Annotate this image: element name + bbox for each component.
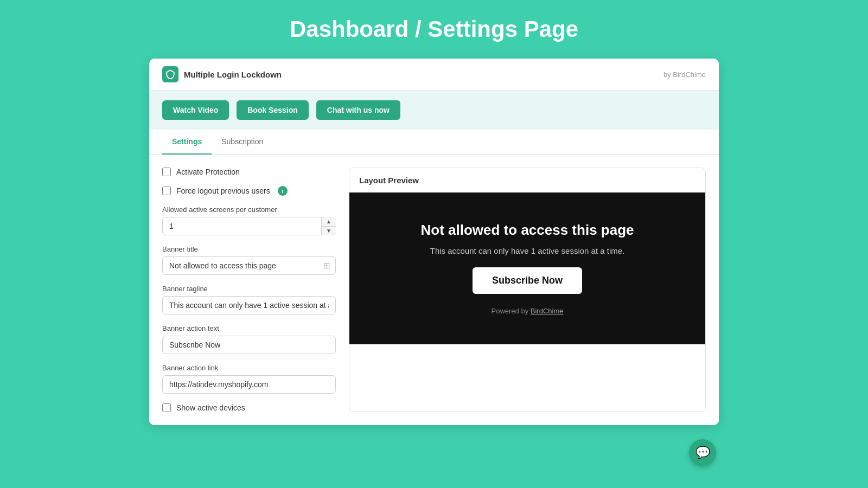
tab-settings[interactable]: Settings bbox=[162, 130, 212, 155]
spinner-down-button[interactable]: ▼ bbox=[322, 227, 336, 236]
chat-bubble-icon: 💬 bbox=[695, 446, 710, 460]
app-name: Multiple Login Lockdown bbox=[184, 70, 282, 79]
banner-title-input-wrapper: ⊞ bbox=[162, 256, 336, 275]
activate-protection-row: Activate Protection bbox=[162, 168, 336, 176]
preview-content: Not allowed to access this page This acc… bbox=[349, 192, 705, 344]
spinner-up-button[interactable]: ▲ bbox=[322, 217, 336, 227]
force-logout-row: Force logout previous users i bbox=[162, 186, 336, 196]
main-content: Settings Subscription Activate Protectio… bbox=[149, 130, 719, 425]
banner-title-input[interactable] bbox=[162, 256, 336, 275]
page-title: Dashboard / Settings Page bbox=[290, 16, 578, 42]
banner-tagline-input[interactable] bbox=[162, 296, 336, 314]
banner-action-text-input[interactable] bbox=[162, 336, 336, 354]
chat-bubble-button[interactable]: 💬 bbox=[689, 439, 716, 466]
app-logo-icon bbox=[162, 66, 178, 82]
birdchime-link[interactable]: BirdChime bbox=[531, 307, 564, 315]
activate-protection-label: Activate Protection bbox=[176, 168, 240, 176]
force-logout-label: Force logout previous users bbox=[176, 187, 270, 195]
chat-button[interactable]: Chat with us now bbox=[316, 100, 400, 120]
force-logout-info-icon[interactable]: i bbox=[278, 186, 288, 196]
banner-action-link-label: Banner action link bbox=[162, 364, 336, 372]
tabs: Settings Subscription bbox=[149, 130, 719, 155]
force-logout-checkbox[interactable] bbox=[162, 187, 171, 195]
app-container: Multiple Login Lockdown by BirdChime Wat… bbox=[149, 59, 719, 425]
header-by: by BirdChime bbox=[663, 70, 706, 79]
banner-title-icon: ⊞ bbox=[323, 261, 330, 271]
preview-header: Layout Preview bbox=[349, 168, 705, 192]
banner-tagline-group: Banner tagline bbox=[162, 285, 336, 314]
right-panel: Layout Preview Not allowed to access thi… bbox=[349, 168, 706, 412]
allowed-screens-input-wrapper: ▲ ▼ bbox=[162, 217, 336, 235]
app-header: Multiple Login Lockdown by BirdChime bbox=[149, 59, 719, 91]
banner-tagline-label: Banner tagline bbox=[162, 285, 336, 293]
banner-title-label: Banner title bbox=[162, 245, 336, 253]
preview-tagline: This account can only have 1 active sess… bbox=[430, 246, 625, 255]
allowed-screens-group: Allowed active screens per customer ▲ ▼ bbox=[162, 206, 336, 235]
allowed-screens-label: Allowed active screens per customer bbox=[162, 206, 336, 214]
banner-action-text-group: Banner action text bbox=[162, 324, 336, 354]
settings-body: Activate Protection Force logout previou… bbox=[149, 155, 719, 425]
banner-action-text-label: Banner action text bbox=[162, 324, 336, 332]
show-devices-checkbox[interactable] bbox=[162, 403, 171, 412]
banner-action-link-input[interactable] bbox=[162, 375, 336, 394]
banner-action-link-group: Banner action link bbox=[162, 364, 336, 394]
show-devices-row: Show active devices bbox=[162, 403, 336, 412]
allowed-screens-input[interactable] bbox=[162, 217, 336, 235]
book-session-button[interactable]: Book Session bbox=[237, 100, 309, 120]
spinner-buttons: ▲ ▼ bbox=[321, 217, 336, 235]
preview-title: Not allowed to access this page bbox=[421, 222, 634, 239]
header-left: Multiple Login Lockdown bbox=[162, 66, 282, 82]
tab-subscription[interactable]: Subscription bbox=[212, 130, 273, 155]
left-panel: Activate Protection Force logout previou… bbox=[162, 168, 336, 412]
banner-bar: Watch Video Book Session Chat with us no… bbox=[149, 91, 719, 130]
banner-title-group: Banner title ⊞ bbox=[162, 245, 336, 275]
show-devices-label: Show active devices bbox=[176, 403, 245, 412]
watch-video-button[interactable]: Watch Video bbox=[162, 100, 229, 120]
preview-powered: Powered by BirdChime bbox=[492, 307, 564, 315]
preview-subscribe-button[interactable]: Subscribe Now bbox=[473, 267, 582, 294]
activate-protection-checkbox[interactable] bbox=[162, 168, 171, 176]
